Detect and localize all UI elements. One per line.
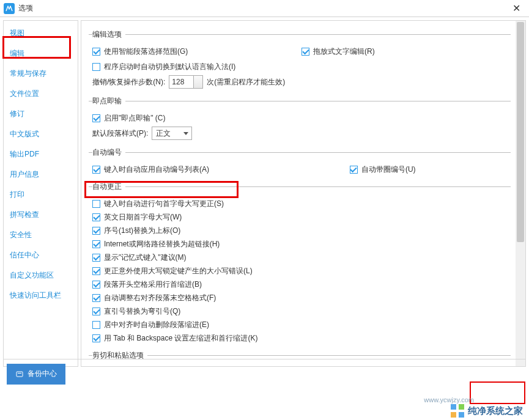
titlebar: 选项 ✕	[0, 0, 529, 17]
sidebar-item-security[interactable]: 安全性	[4, 225, 78, 245]
undo-steps-label: 撤销/恢复操作步数(N):	[92, 77, 165, 87]
sidebar-item-file-location[interactable]: 文件位置	[4, 84, 78, 104]
sidebar-item-revision[interactable]: 修订	[4, 104, 78, 124]
checkbox-right-align-space[interactable]: 自动调整右对齐段落末空格格式(F)	[92, 293, 511, 303]
sidebar-item-chinese-layout[interactable]: 中文版式	[4, 124, 78, 144]
content-panel: 编辑选项 使用智能段落选择范围(G) 拖放式文字编辑(R) 程序启动时自动切换到…	[81, 21, 516, 366]
checkbox-sentence-capital[interactable]: 键入时自动进行句首字母大写更正(S)	[92, 199, 511, 209]
para-style-select[interactable]: 正文	[152, 127, 192, 140]
legend-edit-options: 编辑选项	[92, 29, 125, 40]
checkbox-apply-auto-number[interactable]: 键入时自动应用自动编号列表(A)	[92, 164, 350, 175]
undo-steps-input[interactable]: 128	[169, 75, 203, 89]
sidebar-item-customize-ribbon[interactable]: 自定义功能区	[4, 265, 78, 286]
scroll-thumb[interactable]	[517, 22, 524, 242]
sidebar: 视图 编辑 常规与保存 文件位置 修订 中文版式 输出PDF 用户信息 打印 拼…	[3, 20, 78, 367]
checkbox-capslock-correct[interactable]: 更正意外使用大写锁定键产生的大小写错误(L)	[92, 266, 511, 276]
checkbox-circled-number[interactable]: 自动带圈编号(U)	[350, 164, 511, 175]
svg-rect-0	[17, 372, 23, 377]
checkbox-drag-edit[interactable]: 拖放式文字编辑(R)	[301, 46, 511, 57]
main-area: 视图 编辑 常规与保存 文件位置 修订 中文版式 输出PDF 用户信息 打印 拼…	[0, 17, 529, 370]
group-click-type: 即点即输 启用"即点即输" (C) 默认段落样式(P): 正文	[89, 96, 511, 144]
group-edit-options: 编辑选项 使用智能段落选择范围(G) 拖放式文字编辑(R) 程序启动时自动切换到…	[89, 29, 511, 92]
undo-steps-suffix: 次(需重启程序才能生效)	[207, 77, 285, 87]
footer-bar: 备份中心	[3, 359, 526, 388]
group-auto-correct: 自动更正 键入时自动进行句首字母大写更正(S) 英文日期首字母大写(W) 序号(…	[89, 182, 511, 347]
watermark: 纯净系统之家	[451, 404, 523, 418]
sidebar-item-view[interactable]: 视图	[4, 23, 78, 43]
content-scrollbar[interactable]	[516, 21, 525, 366]
checkbox-internet-hyperlink[interactable]: Internet或网络路径替换为超链接(H)	[92, 239, 511, 249]
watermark-url: www.ycwjzy.com	[424, 396, 474, 403]
checkbox-center-remove-indent[interactable]: 居中对齐时自动删除段落缩进(E)	[92, 320, 511, 330]
legend-click-type: 即点即输	[92, 96, 125, 106]
svg-rect-1	[18, 373, 21, 374]
legend-auto-number: 自动编号	[92, 147, 125, 158]
backup-icon	[15, 370, 24, 378]
checkbox-memory-suggest[interactable]: 显示"记忆式键入"建议(M)	[92, 252, 511, 263]
undo-steps-row: 撤销/恢复操作步数(N): 128 次(需重启程序才能生效)	[92, 75, 511, 89]
watermark-text: 纯净系统之家	[468, 405, 523, 417]
sidebar-item-output-pdf[interactable]: 输出PDF	[4, 144, 78, 164]
group-auto-number: 自动编号 键入时自动应用自动编号列表(A) 自动带圈编号(U)	[89, 147, 511, 178]
para-style-row: 默认段落样式(P): 正文	[92, 127, 511, 140]
watermark-logo-icon	[451, 404, 464, 418]
backup-center-label: 备份中心	[28, 369, 57, 379]
checkbox-date-capital[interactable]: 英文日期首字母大写(W)	[92, 212, 511, 223]
window-title: 选项	[18, 3, 507, 13]
legend-auto-correct: 自动更正	[92, 182, 125, 192]
sidebar-item-quick-access[interactable]: 快速访问工具栏	[4, 286, 78, 306]
checkbox-auto-switch-ime[interactable]: 程序启动时自动切换到默认语言输入法(I)	[92, 62, 511, 72]
backup-center-button[interactable]: 备份中心	[7, 364, 65, 385]
checkbox-enable-click-type[interactable]: 启用"即点即输" (C)	[92, 113, 511, 123]
app-icon	[4, 3, 15, 14]
sidebar-item-print[interactable]: 打印	[4, 185, 78, 205]
content-wrap: 编辑选项 使用智能段落选择范围(G) 拖放式文字编辑(R) 程序启动时自动切换到…	[81, 20, 526, 367]
sidebar-item-user-info[interactable]: 用户信息	[4, 164, 78, 185]
sidebar-item-trust-center[interactable]: 信任中心	[4, 245, 78, 265]
checkbox-ordinal-superscript[interactable]: 序号(1st)替换为上标(O)	[92, 226, 511, 236]
close-button[interactable]: ✕	[507, 1, 525, 17]
sidebar-item-edit[interactable]: 编辑	[4, 43, 78, 64]
checkbox-first-line-indent[interactable]: 段落开头空格采用行首缩进(B)	[92, 279, 511, 290]
checkbox-smart-quotes[interactable]: 直引号替换为弯引号(Q)	[92, 306, 511, 317]
checkbox-smart-paragraph[interactable]: 使用智能段落选择范围(G)	[92, 46, 301, 57]
sidebar-item-spellcheck[interactable]: 拼写检查	[4, 205, 78, 225]
para-style-label: 默认段落样式(P):	[92, 128, 148, 139]
checkbox-tab-backspace-indent[interactable]: 用 Tab 和 Backspace 设置左缩进和首行缩进(K)	[92, 333, 511, 344]
sidebar-item-general-save[interactable]: 常规与保存	[4, 64, 78, 84]
